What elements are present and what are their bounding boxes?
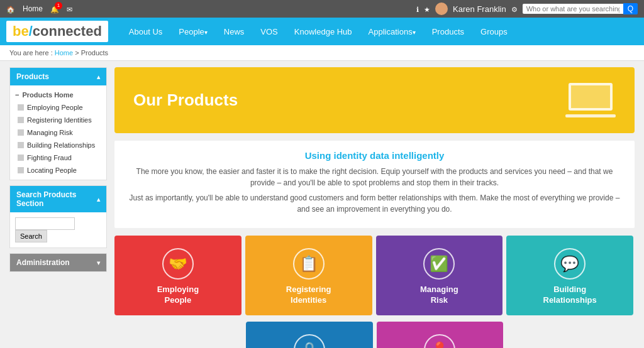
laptop-screen [569, 83, 613, 111]
menu-icon-fraud [18, 155, 24, 161]
building-relationships-label: BuildingRelationships [543, 285, 597, 306]
breadcrumb-separator: > [75, 49, 80, 57]
envelope-icon[interactable] [67, 4, 72, 14]
sidebar-admin-label: Administration [16, 258, 70, 267]
menu-icon-building [18, 142, 24, 148]
product-card-fighting-fraud[interactable]: 🔒 FightingFraud [246, 322, 373, 348]
sidebar-products-header[interactable]: Products [10, 68, 106, 85]
logo-be: be [13, 23, 29, 39]
menu-icon-registering [18, 117, 24, 123]
nav-news[interactable]: News [216, 18, 253, 45]
sidebar-search-section: Search Products Section Search [9, 185, 107, 248]
top-search-button[interactable]: Q [623, 3, 638, 14]
sidebar-search-header[interactable]: Search Products Section [10, 186, 106, 212]
fighting-fraud-icon: 🔒 [294, 334, 325, 348]
description-section: Using identity data intelligently The mo… [114, 141, 635, 228]
sidebar-managing-label: Managing Risk [27, 129, 73, 136]
hero-banner: Our Products [114, 67, 635, 133]
notification-badge: 1 [55, 2, 62, 9]
breadcrumb-home[interactable]: Home [55, 49, 73, 57]
top-search-input[interactable] [523, 4, 623, 14]
chevron-down-icon-apps [413, 27, 416, 36]
breadcrumb-current: Products [81, 49, 108, 57]
product-card-building-relationships[interactable]: 💬 BuildingRelationships [506, 236, 633, 315]
sidebar-search-label: Search Products Section [16, 190, 97, 208]
bell-icon-wrapper[interactable]: 1 [50, 4, 59, 14]
sidebar-products-section: Products − Products Home Employing Peopl… [9, 67, 107, 180]
sidebar-admin-chevron-icon [97, 258, 100, 267]
laptop-icon [565, 83, 616, 117]
menu-icon-employing [18, 104, 24, 111]
menu-icon-managing [18, 129, 24, 136]
sidebar-fraud-label: Fighting Fraud [27, 154, 72, 161]
locating-people-icon: 📍 [424, 334, 455, 348]
menu-icon-locating [18, 167, 24, 173]
cog-icon[interactable] [511, 4, 518, 14]
sidebar-search-form: Search [10, 212, 106, 247]
main-nav: be/connected About Us People News VOS Kn… [0, 18, 644, 45]
managing-risk-icon: ✅ [423, 248, 455, 280]
product-card-managing-risk[interactable]: ✅ ManagingRisk [376, 236, 503, 315]
top-bar-left: Home 1 [6, 4, 72, 14]
nav-groups[interactable]: Groups [472, 18, 516, 45]
description-para2: Just as importantly, you'll be able to u… [127, 192, 622, 215]
sidebar-collapse-icon [97, 72, 100, 81]
building-relationships-icon: 💬 [554, 248, 586, 280]
description-para1: The more you know, the easier and faster… [127, 166, 622, 188]
top-bar: Home 1 Karen Franklin Q [0, 0, 644, 18]
description-tagline: Using identity data intelligently [127, 150, 622, 161]
sidebar-locating-label: Locating People [27, 166, 77, 174]
home-icon[interactable] [6, 4, 15, 14]
page-body: Products − Products Home Employing Peopl… [0, 61, 644, 348]
nav-applications[interactable]: Applications [360, 18, 424, 45]
minus-icon: − [15, 91, 19, 99]
laptop-base [565, 114, 616, 117]
sidebar-admin-header[interactable]: Administration [10, 254, 106, 271]
hero-title: Our Products [133, 90, 238, 110]
sidebar-employing-label: Employing People [27, 104, 83, 111]
nav-about-us[interactable]: About Us [121, 18, 170, 45]
sidebar-search-collapse-icon [97, 195, 100, 204]
main-content: Our Products Using identity data intelli… [114, 67, 635, 348]
sidebar-products-menu: − Products Home Employing People Registe… [10, 85, 106, 180]
sidebar-registering-label: Registering Identities [27, 116, 92, 124]
product-card-employing-people[interactable]: 🤝 EmployingPeople [114, 236, 242, 315]
sidebar-search-input[interactable] [15, 217, 75, 230]
sidebar-item-fighting-fraud[interactable]: Fighting Fraud [10, 151, 106, 164]
star-icon[interactable] [424, 4, 430, 14]
sidebar-products-home-label: Products Home [22, 91, 73, 99]
chevron-down-icon [204, 27, 208, 36]
employing-people-icon: 🤝 [162, 248, 194, 280]
product-card-registering-identities[interactable]: 📋 RegisteringIdentities [245, 236, 372, 315]
logo-connected: connected [33, 23, 102, 39]
sidebar-search-button[interactable]: Search [15, 230, 47, 242]
sidebar-item-products-home[interactable]: − Products Home [10, 89, 106, 101]
sidebar-item-employing-people[interactable]: Employing People [10, 101, 106, 114]
nav-vos[interactable]: VOS [252, 18, 286, 45]
sidebar-building-label: Building Relationships [27, 141, 95, 149]
user-name: Karen Franklin [453, 4, 506, 14]
nav-products[interactable]: Products [424, 18, 472, 45]
avatar [435, 3, 448, 15]
sidebar-item-locating-people[interactable]: Locating People [10, 164, 106, 177]
breadcrumb: You are here : Home > Products [0, 45, 644, 61]
sidebar-item-managing-risk[interactable]: Managing Risk [10, 126, 106, 139]
top-bar-right: Karen Franklin Q [416, 3, 638, 15]
sidebar-item-building-relationships[interactable]: Building Relationships [10, 139, 106, 151]
registering-identities-label: RegisteringIdentities [286, 285, 331, 306]
nav-knowledge-hub[interactable]: Knowledge Hub [286, 18, 360, 45]
top-search-bar: Q [523, 3, 638, 14]
registering-identities-icon: 📋 [293, 248, 325, 280]
search-icon: Q [628, 4, 633, 13]
product-grid-row2: 🔒 FightingFraud 📍 LocatingPeople [114, 322, 635, 348]
sidebar-item-registering-identities[interactable]: Registering Identities [10, 114, 106, 126]
sidebar-products-label: Products [16, 72, 49, 81]
product-card-locating-people[interactable]: 📍 LocatingPeople [377, 322, 504, 348]
nav-people[interactable]: People [170, 18, 215, 45]
nav-links: About Us People News VOS Knowledge Hub A… [121, 18, 516, 45]
info-icon[interactable] [416, 4, 419, 14]
employing-people-label: EmployingPeople [157, 285, 199, 306]
managing-risk-label: ManagingRisk [420, 285, 458, 306]
home-link[interactable]: Home [23, 4, 43, 13]
site-logo[interactable]: be/connected [6, 21, 108, 42]
